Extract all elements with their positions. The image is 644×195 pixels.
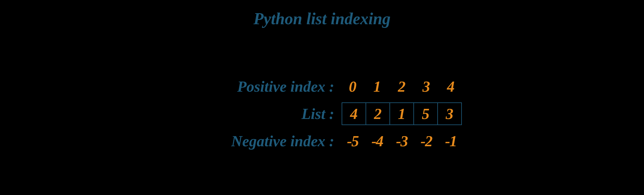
negative-index-values: -5 -4 -3 -2 -1 <box>340 132 469 150</box>
positive-index-row: Positive index : 0 1 2 3 4 <box>0 77 644 96</box>
list-cell: 4 <box>342 102 366 125</box>
negative-index-cell: -1 <box>439 132 463 150</box>
positive-index-cell: 0 <box>340 77 365 96</box>
list-cell: 3 <box>437 102 462 125</box>
diagram-title: Python list indexing <box>0 9 644 28</box>
negative-index-label: Negative index : <box>175 132 340 150</box>
negative-index-cell: -3 <box>389 132 414 150</box>
list-cell: 1 <box>389 102 414 125</box>
positive-index-label: Positive index : <box>175 78 340 95</box>
positive-index-cell: 1 <box>365 77 389 96</box>
positive-index-cell: 3 <box>414 77 439 96</box>
diagram-body: Positive index : 0 1 2 3 4 List : 4 2 1 … <box>0 71 644 157</box>
negative-index-cell: -5 <box>340 132 365 150</box>
negative-index-cell: -2 <box>414 132 439 150</box>
positive-index-cell: 2 <box>389 77 414 96</box>
list-values: 4 2 1 5 3 <box>340 102 469 125</box>
positive-index-cell: 4 <box>439 77 463 96</box>
list-row: List : 4 2 1 5 3 <box>0 102 644 125</box>
positive-index-values: 0 1 2 3 4 <box>340 77 469 96</box>
list-cell: 5 <box>413 102 438 125</box>
list-label: List : <box>175 105 340 123</box>
list-cell: 2 <box>366 102 390 125</box>
negative-index-row: Negative index : -5 -4 -3 -2 -1 <box>0 132 644 150</box>
negative-index-cell: -4 <box>365 132 389 150</box>
